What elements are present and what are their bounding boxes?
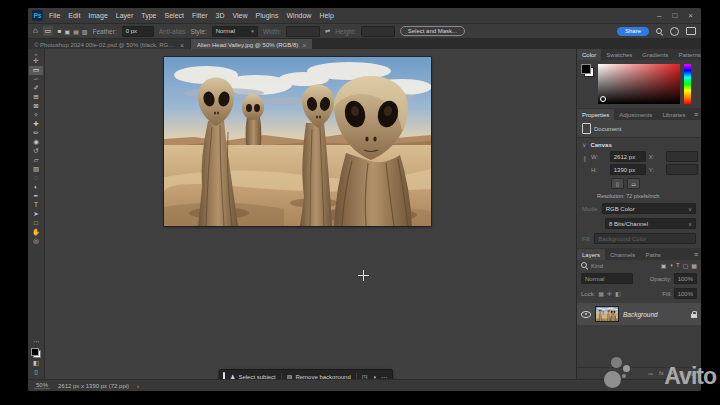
menu-layer[interactable]: Layer [116,12,134,19]
menu-select[interactable]: Select [165,12,184,19]
edit-toolbar-icon[interactable]: ⋯ [29,338,43,347]
tool-object-selection[interactable]: ✐ [29,84,43,93]
toolbar-collapse-icon[interactable]: » [29,50,43,57]
lock-position-icon[interactable]: ✛ [607,290,612,297]
filter-kind-label[interactable]: Kind [591,263,603,269]
tool-blur[interactable]: ◌ [29,174,43,183]
tool-rectangular-marquee[interactable]: ▭ [29,66,43,75]
subtract-selection-icon[interactable]: ▤ [73,28,79,35]
panel-menu-icon[interactable]: ≡ [694,109,701,120]
layer-name[interactable]: Background [623,311,658,318]
height-input[interactable] [361,26,395,37]
share-button[interactable]: Share [617,27,649,36]
tool-healing-brush[interactable]: ✚ [29,120,43,129]
foreground-color-swatch[interactable] [581,64,591,74]
feather-input[interactable]: 0 px [122,26,154,37]
chevron-right-icon[interactable]: › [137,383,139,389]
canvas-area[interactable]: ♟ Select subject ▨ Remove background ◳ ◑… [45,49,576,379]
close-icon[interactable]: × [688,11,693,20]
tool-zoom[interactable]: ◎ [29,237,43,246]
menu-plugins[interactable]: Plugins [256,12,279,19]
menu-type[interactable]: Type [141,12,156,19]
tool-eyedropper[interactable]: ✧ [29,111,43,120]
portrait-orientation-button[interactable]: ▯ [611,178,624,189]
canvas-y-input[interactable] [666,164,698,175]
tool-gradient[interactable]: ▨ [29,165,43,174]
layer-row-background[interactable]: Background [577,303,701,325]
layer-visibility-eye-icon[interactable] [581,311,591,318]
width-input[interactable] [286,26,320,37]
color-mode-dropdown[interactable]: RGB Color ∨ [602,203,696,214]
bit-depth-dropdown[interactable]: 8 Bits/Channel ∨ [605,218,696,229]
menu-image[interactable]: Image [88,12,107,19]
opacity-value-field[interactable]: 100% [674,273,697,284]
tool-history-brush[interactable]: ↺ [29,147,43,156]
add-selection-icon[interactable]: ▣ [64,28,70,35]
filter-adjustment-layers-icon[interactable]: ◑ [669,262,673,269]
menu-edit[interactable]: Edit [68,12,80,19]
tab-swatches[interactable]: Swatches [601,49,637,60]
help-icon[interactable] [670,27,679,36]
active-tool-icon[interactable]: ▭ [43,26,53,36]
menu-file[interactable]: File [49,12,60,19]
tool-path-selection[interactable]: ➤ [29,210,43,219]
color-spectrum-picker[interactable] [598,64,680,104]
filter-type-layers-icon[interactable]: T [676,262,680,269]
menu-view[interactable]: View [233,12,248,19]
fill-control[interactable]: Fill: 100% [662,288,697,299]
filter-pixel-layers-icon[interactable]: ▣ [661,262,667,269]
tab-channels[interactable]: Channels [605,249,640,260]
select-and-mask-button[interactable]: Select and Mask... [400,26,465,36]
tool-hand[interactable]: ✋ [29,228,43,237]
color-picker-handle[interactable] [600,96,606,102]
canvas-height-input[interactable]: 1390 px [610,164,646,175]
new-selection-icon[interactable]: ■ [58,28,62,35]
intersect-selection-icon[interactable]: ▥ [82,28,88,35]
tab-color[interactable]: Color [577,49,601,60]
zoom-level-field[interactable]: 50% [34,382,50,389]
close-tab-icon[interactable]: × [302,42,306,49]
layer-thumbnail[interactable] [595,306,619,322]
tab-gradients[interactable]: Gradients [637,49,673,60]
search-icon[interactable] [656,28,663,35]
screen-mode-icon[interactable]: ▯ [29,368,43,377]
tool-pen[interactable]: ✒ [29,192,43,201]
tool-brush[interactable]: ✏ [29,129,43,138]
tab-paths[interactable]: Paths [640,249,665,260]
tool-eraser[interactable]: ▱ [29,156,43,165]
document-image[interactable] [164,57,431,226]
menu-help[interactable]: Help [319,12,333,19]
fill-value-field[interactable]: 100% [674,288,697,299]
quick-mask-icon[interactable]: ◧ [29,359,43,368]
tool-rectangle[interactable]: □ [29,219,43,228]
minimize-icon[interactable]: – [657,11,661,20]
lock-transparency-icon[interactable]: ▦ [598,290,604,297]
tool-crop[interactable]: ⊞ [29,93,43,102]
tool-dodge[interactable]: ◐ [29,183,43,192]
canvas-width-input[interactable]: 2612 px [610,151,646,162]
menu-window[interactable]: Window [287,12,312,19]
tab-layers[interactable]: Layers [577,249,605,260]
hue-slider[interactable] [684,64,691,104]
tool-type[interactable]: T [29,201,43,210]
close-tab-icon[interactable]: × [180,42,184,49]
panel-menu-icon[interactable]: ≡ [694,249,701,260]
tab-properties[interactable]: Properties [577,109,614,120]
blend-mode-dropdown[interactable]: Normal [581,273,633,284]
drag-handle[interactable] [223,372,225,379]
tool-frame[interactable]: ⊠ [29,102,43,111]
home-icon[interactable]: ⌂ [33,27,38,35]
menu-filter[interactable]: Filter [192,12,208,19]
style-dropdown[interactable]: Normal▾ [212,26,258,37]
workspace-switcher-icon[interactable] [686,27,696,35]
tab-patterns[interactable]: Patterns [673,49,701,60]
landscape-orientation-button[interactable]: ▭ [627,178,640,189]
filter-shape-layers-icon[interactable]: ▢ [683,262,689,269]
lock-all-icon[interactable]: ◧ [615,290,621,297]
canvas-section-header[interactable]: ∨ Canvas [577,138,701,149]
tool-clone-stamp[interactable]: ◉ [29,138,43,147]
menu-3d[interactable]: 3D [216,12,225,19]
filter-smart-objects-icon[interactable]: ▦ [691,262,697,269]
link-dimensions-icon[interactable]: ∥ [583,155,586,162]
canvas-fill-dropdown[interactable]: Background Color [594,233,696,244]
